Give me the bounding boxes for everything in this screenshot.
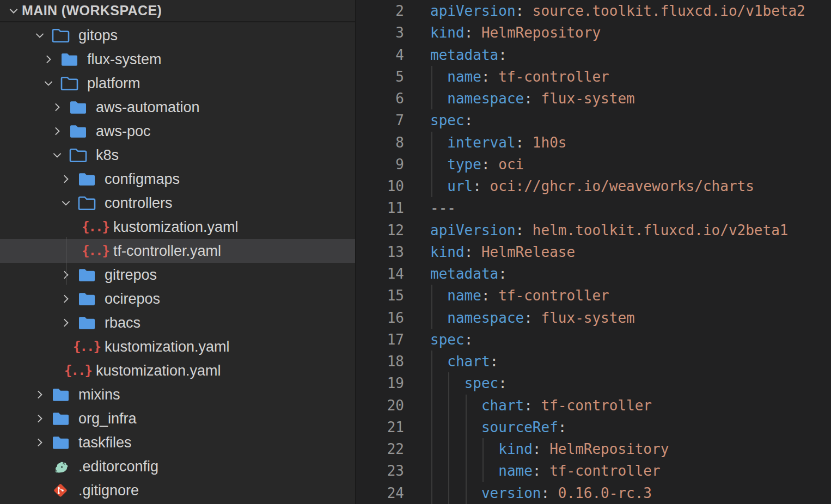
tree-item-controllers[interactable]: controllers: [0, 191, 355, 215]
code-line[interactable]: 3kind: HelmRepository: [357, 22, 831, 44]
workspace-section-header[interactable]: MAIN (WORKSPACE): [0, 0, 355, 22]
tree-item-gitrepos[interactable]: gitrepos: [0, 263, 355, 287]
yaml-icon: {..}: [84, 219, 107, 235]
line-number[interactable]: 14: [357, 266, 404, 282]
code-text: spec:: [430, 112, 473, 128]
line-number[interactable]: 22: [357, 441, 404, 457]
tree-item-taskfiles[interactable]: taskfiles: [0, 431, 355, 454]
chevron-right-icon[interactable]: [48, 101, 66, 113]
line-number[interactable]: 15: [357, 287, 404, 304]
line-number[interactable]: 20: [357, 397, 404, 414]
tree-item-label: kustomization.yaml: [96, 362, 221, 379]
tree-item-mixins[interactable]: mixins: [0, 383, 355, 407]
line-number[interactable]: 12: [357, 222, 404, 238]
tree-item-flux-system[interactable]: flux-system: [0, 47, 355, 71]
code-line[interactable]: 23 name: tf-controller: [357, 460, 831, 482]
tree-item-platform[interactable]: platform: [0, 71, 355, 95]
line-number[interactable]: 18: [357, 353, 404, 370]
line-number[interactable]: 24: [357, 485, 404, 501]
chevron-right-icon[interactable]: [30, 413, 49, 425]
code-line[interactable]: 21 sourceRef:: [357, 416, 831, 438]
code-line[interactable]: 13kind: HelmRelease: [357, 241, 831, 263]
line-number[interactable]: 2: [357, 3, 404, 19]
line-number[interactable]: 16: [357, 310, 404, 326]
code-line[interactable]: 14metadata:: [357, 263, 831, 285]
yaml-value: oci: [498, 156, 524, 173]
line-number[interactable]: 13: [357, 244, 404, 260]
tree-item-org-infra[interactable]: org_infra: [0, 407, 355, 431]
code-line[interactable]: 15 name: tf-controller: [357, 285, 831, 306]
tree-item-label: tf-controller.yaml: [113, 243, 221, 260]
code-text: interval: 1h0s: [430, 134, 566, 151]
line-number[interactable]: 3: [357, 24, 404, 41]
yaml-colon: :: [481, 69, 490, 85]
code-line[interactable]: 12apiVersion: helm.toolkit.fluxcd.io/v2b…: [357, 219, 831, 241]
code-editor[interactable]: 2apiVersion: source.toolkit.fluxcd.io/v1…: [357, 0, 831, 504]
code-line[interactable]: 2apiVersion: source.toolkit.fluxcd.io/v1…: [357, 0, 831, 22]
line-number[interactable]: 19: [357, 375, 404, 391]
code-line[interactable]: 19 spec:: [357, 372, 831, 394]
tree-item-aws-automation[interactable]: aws-automation: [0, 95, 355, 119]
code-line[interactable]: 18 chart:: [357, 351, 831, 372]
code-text: name: tf-controller: [430, 287, 609, 304]
code-text: sourceRef:: [430, 419, 566, 435]
chevron-right-icon[interactable]: [57, 173, 75, 185]
chevron-right-icon[interactable]: [39, 53, 58, 65]
line-number[interactable]: 9: [357, 156, 404, 173]
tree-item-kustomization-yaml[interactable]: {..}kustomization.yaml: [0, 335, 355, 359]
chevron-right-icon[interactable]: [30, 389, 49, 401]
yaml-key: apiVersion: [430, 3, 516, 19]
chevron-right-icon[interactable]: [57, 317, 75, 329]
tree-item-aws-poc[interactable]: aws-poc: [0, 119, 355, 143]
tree-item-configmaps[interactable]: configmaps: [0, 167, 355, 191]
tree-item-editorconfig[interactable]: .editorconfig: [0, 454, 355, 478]
code-line[interactable]: 24 version: 0.16.0-rc.3: [357, 482, 831, 504]
chevron-down-icon[interactable]: [57, 197, 75, 209]
tree-item-ocirepos[interactable]: ocirepos: [0, 287, 355, 311]
code-line[interactable]: 22 kind: HelmRepository: [357, 438, 831, 460]
tree-item-k8s[interactable]: k8s: [0, 143, 355, 167]
line-number[interactable]: 7: [357, 112, 404, 128]
line-number[interactable]: 17: [357, 331, 404, 348]
tree-item-kustomization-yaml[interactable]: {..}kustomization.yaml: [0, 359, 355, 383]
tree-item-gitignore[interactable]: .gitignore: [0, 478, 355, 502]
yaml-key: spec: [430, 112, 465, 128]
yaml-key: kind: [430, 244, 465, 260]
yaml-colon: :: [533, 441, 541, 457]
chevron-right-icon[interactable]: [30, 437, 49, 448]
line-number[interactable]: 8: [357, 134, 404, 151]
tree-item-gitops[interactable]: gitops: [0, 23, 355, 47]
chevron-down-icon[interactable]: [48, 149, 66, 161]
tree-item-label: aws-poc: [96, 123, 151, 140]
tree-item-kustomization-yaml[interactable]: {..}kustomization.yaml: [0, 215, 355, 239]
chevron-right-icon[interactable]: [57, 293, 75, 305]
yaml-key: apiVersion: [430, 222, 516, 238]
tree-item-rbacs[interactable]: rbacs: [0, 311, 355, 335]
line-number[interactable]: 11: [357, 200, 404, 216]
code-line[interactable]: 5 name: tf-controller: [357, 66, 831, 88]
chevron-right-icon[interactable]: [48, 125, 66, 137]
line-number[interactable]: 4: [357, 47, 404, 63]
code-line[interactable]: 17spec:: [357, 329, 831, 351]
folder-icon: [58, 52, 81, 67]
code-line[interactable]: 16 namespace: flux-system: [357, 307, 831, 329]
chevron-down-icon[interactable]: [39, 77, 58, 89]
line-number[interactable]: 5: [357, 69, 404, 85]
code-line[interactable]: 6 namespace: flux-system: [357, 88, 831, 109]
yaml-colon: :: [516, 222, 524, 238]
line-number[interactable]: 10: [357, 178, 404, 194]
code-line[interactable]: 4metadata:: [357, 44, 831, 66]
line-number[interactable]: 23: [357, 463, 404, 479]
code-line[interactable]: 11---: [357, 197, 831, 219]
code-line[interactable]: 9 type: oci: [357, 153, 831, 175]
line-number[interactable]: 6: [357, 90, 404, 107]
file-tree: gitopsflux-systemplatformaws-automationa…: [0, 22, 355, 502]
yaml-value: tf-controller: [541, 397, 652, 414]
line-number[interactable]: 21: [357, 419, 404, 435]
code-line[interactable]: 20 chart: tf-controller: [357, 395, 831, 416]
code-line[interactable]: 10 url: oci://ghcr.io/weaveworks/charts: [357, 175, 831, 197]
code-line[interactable]: 7spec:: [357, 109, 831, 131]
chevron-down-icon[interactable]: [30, 29, 49, 41]
tree-item-tf-controller-yaml[interactable]: {..}tf-controller.yaml: [0, 239, 355, 263]
code-line[interactable]: 8 interval: 1h0s: [357, 132, 831, 153]
